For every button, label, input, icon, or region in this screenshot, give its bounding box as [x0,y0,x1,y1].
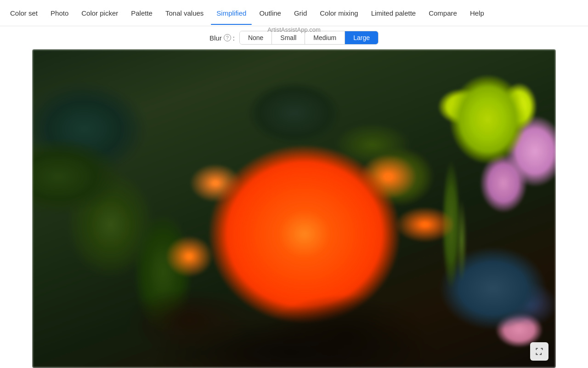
blur-none-button[interactable]: None [240,31,272,44]
nav-item-simplified[interactable]: Simplified [211,6,252,21]
nav-item-tonal-values[interactable]: Tonal values [160,6,209,21]
nav-item-help[interactable]: Help [464,6,490,21]
nav-item-color-picker[interactable]: Color picker [76,6,124,21]
nav-item-color-mixing[interactable]: Color mixing [314,6,363,21]
nav-item-limited-palette[interactable]: Limited palette [366,6,422,21]
blur-label-text: Blur [209,34,222,42]
nav-item-photo[interactable]: Photo [45,6,74,21]
blur-help-icon[interactable]: ? [224,34,231,41]
image-container [32,49,556,368]
flower-image [32,49,556,368]
blur-button-group: None Small Medium Large [239,31,379,45]
fullscreen-icon [535,347,544,356]
controls-bar: ArtistAssistApp.com Blur ? : None Small … [0,26,588,49]
blur-label-group: Blur ? : [209,34,235,42]
blur-small-button[interactable]: Small [272,31,305,44]
nav-item-outline[interactable]: Outline [254,6,287,21]
blur-large-button[interactable]: Large [345,31,378,44]
nav-item-color-set[interactable]: Color set [5,6,43,21]
nav-item-grid[interactable]: Grid [288,6,312,21]
blur-medium-button[interactable]: Medium [305,31,345,44]
nav-item-palette[interactable]: Palette [125,6,158,21]
blur-colon: : [233,34,235,42]
fullscreen-button[interactable] [530,342,548,361]
nav-item-compare[interactable]: Compare [423,6,463,21]
navbar: Color set Photo Color picker Palette Ton… [0,0,588,26]
